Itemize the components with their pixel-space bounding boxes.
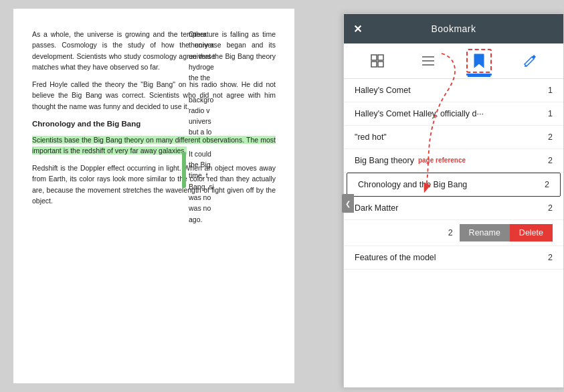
grid-view-button[interactable] [365,51,390,71]
panel-toolbar [344,43,563,79]
item-label: Big Bang theory page reference [355,156,542,165]
bookmark-item-features[interactable]: Features of the model 2 [344,246,563,270]
page-reference-badge: page reference [418,157,466,165]
item-page: 2 [542,253,553,262]
svg-rect-1 [378,55,383,60]
item-page: 2 [542,132,553,142]
panel-header: ✕ Bookmark [344,14,563,43]
list-icon [421,54,436,68]
edit-icon [523,54,537,68]
action-buttons-group: 2 Rename Delete [448,224,553,241]
bookmark-item-halleys-comet[interactable]: Halley's Comet 1 [344,79,563,102]
close-panel-button[interactable]: ✕ [353,23,362,35]
panel-title: Bookmark [431,23,476,34]
bookmark-item-chronology[interactable]: Chronology and the Big Bang 2 [347,173,561,197]
document-area: As a whole, the universe is growing and … [0,0,564,392]
bookmark-panel: ✕ Bookmark [343,13,564,388]
document-page: As a whole, the universe is growing and … [13,9,294,383]
bookmark-item-red-hot[interactable]: "red hot" 2 [344,126,563,149]
item-label: Halley's Comet [355,86,542,95]
doc-right-column: Othertheory auniversehydrogethe thebackg… [189,29,256,225]
item-label: "red hot" [355,132,542,142]
bookmark-item-halleys-official[interactable]: Halley's Comet Halley, officially d··· 1 [344,102,563,126]
edit-button[interactable] [517,51,543,71]
svg-rect-3 [378,62,383,67]
item-label: Halley's Comet Halley, officially d··· [355,109,542,118]
svg-rect-2 [371,62,377,67]
item-page: 2 [542,203,553,213]
bookmark-icon [472,53,486,69]
item-label: Dark Matter [355,203,542,213]
svg-rect-0 [371,55,377,60]
item-label: Chronology and the Big Bang [358,180,539,189]
bookmark-item-big-bang-theory[interactable]: Big Bang theory page reference 2 [344,149,563,173]
svg-marker-7 [474,54,484,68]
item-page: 2 [539,180,549,189]
rename-button[interactable]: Rename [460,224,510,241]
item-label: Features of the model [355,253,542,262]
list-view-button[interactable] [415,51,441,71]
collapse-panel-button[interactable]: ❮ [342,194,354,213]
highlight-marker [182,152,186,188]
grid-icon [370,54,385,68]
action-page-number: 2 [448,228,453,237]
item-page: 2 [542,156,553,165]
item-page: 1 [542,86,553,95]
item-page: 1 [542,109,553,118]
delete-button[interactable]: Delete [510,224,553,241]
bookmark-action-row: 2 Rename Delete [344,220,563,246]
bookmark-view-button[interactable] [466,49,492,73]
bookmark-item-dark-matter[interactable]: Dark Matter 2 [344,197,563,220]
bookmark-list: Halley's Comet 1 Halley's Comet Halley, … [344,79,563,387]
